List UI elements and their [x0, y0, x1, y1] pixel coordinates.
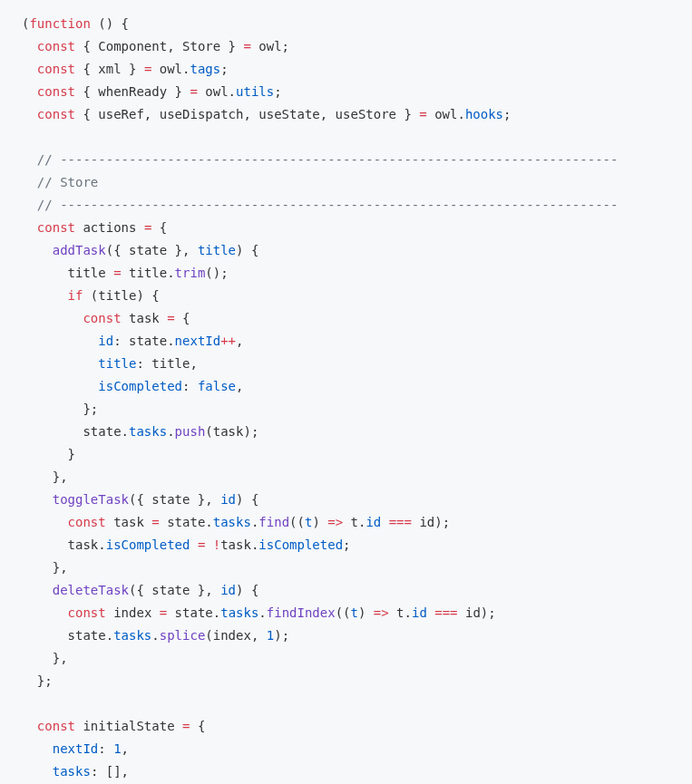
token-pn: state. [22, 424, 129, 439]
token-kw: = [113, 266, 121, 280]
token-pn [22, 741, 53, 756]
token-pn: ); [274, 628, 289, 643]
token-pn: initialState [75, 719, 182, 733]
token-kw: = [151, 515, 159, 529]
token-pn: , [236, 334, 243, 348]
token-pn [381, 515, 388, 529]
token-prop: tasks [113, 628, 151, 643]
token-prop: tasks [220, 605, 258, 620]
token-kw: const [83, 311, 121, 325]
token-pn: task. [220, 537, 258, 552]
token-pn [22, 107, 37, 121]
token-prop: id [412, 605, 427, 620]
token-pn: . [258, 605, 266, 620]
token-pn: }; [22, 402, 98, 416]
token-pn [22, 84, 37, 99]
token-prop: isCompleted [106, 537, 190, 552]
token-pn: owl. [151, 62, 190, 76]
token-pn: ) [358, 605, 374, 620]
token-kw: ++ [220, 334, 236, 348]
token-pn: ) [312, 515, 327, 529]
token-pn: : [], [91, 764, 129, 779]
token-cm: // Store [37, 175, 98, 189]
code-block: (function () { const { Component, Store … [0, 0, 692, 784]
token-kw: = [243, 39, 250, 53]
token-prop: title [198, 243, 236, 257]
token-fn: deleteTask [53, 583, 129, 597]
token-prop: hooks [465, 107, 503, 121]
token-pn: owl; [251, 39, 289, 53]
token-pn: ; [503, 107, 511, 121]
token-pn [205, 537, 212, 552]
token-kw: === [434, 605, 457, 620]
token-prop: tasks [213, 515, 251, 529]
token-pn: state. [22, 628, 113, 643]
token-fn: addTask [53, 243, 106, 257]
token-pn [22, 492, 53, 507]
token-prop: nextId [175, 334, 221, 348]
token-kw: = [160, 605, 167, 620]
token-prop: id [220, 583, 236, 597]
token-fn: splice [160, 628, 206, 643]
token-kw: = [419, 107, 426, 121]
token-pn: id); [412, 515, 450, 529]
token-pn: : [182, 379, 198, 393]
token-pn: state. [167, 605, 220, 620]
token-fn: find [258, 515, 289, 529]
token-pn: , [122, 741, 129, 756]
token-fn: findIndex [267, 605, 336, 620]
token-pn: { Component, Store } [75, 39, 243, 53]
token-pn: ) { [236, 243, 258, 257]
token-prop: utils [236, 84, 274, 99]
token-pn: : title, [136, 356, 197, 371]
token-prop: isCompleted [98, 379, 182, 393]
token-kw: const [37, 107, 75, 121]
token-pn [22, 39, 37, 53]
token-pn: title. [122, 266, 175, 280]
token-pn: ; [220, 62, 228, 76]
token-pn [22, 379, 98, 393]
token-prop: isCompleted [258, 537, 343, 552]
token-pn: } [22, 447, 75, 461]
token-pn: : [98, 741, 113, 756]
code-content: (function () { const { Component, Store … [22, 16, 618, 784]
token-pn: (); [205, 266, 228, 280]
token-pn: }, [22, 651, 68, 665]
token-pn: (title) { [83, 288, 159, 303]
token-kw: = [190, 84, 197, 99]
token-pn: (( [336, 605, 351, 620]
token-kw: const [68, 605, 106, 620]
token-pn: ({ state }, [106, 243, 198, 257]
token-pn [22, 243, 53, 257]
token-pn: id); [458, 605, 496, 620]
token-bool: false [198, 379, 236, 393]
token-pn [22, 288, 68, 303]
token-pn [22, 175, 37, 189]
token-pn: t. [389, 605, 412, 620]
token-pn: , [236, 379, 243, 393]
token-pn: (task); [205, 424, 258, 439]
token-kw: const [37, 220, 75, 235]
token-pn [22, 62, 37, 76]
token-pn: { [151, 220, 167, 235]
token-pn [427, 605, 434, 620]
token-prop: tags [190, 62, 220, 76]
token-prop: tasks [129, 424, 167, 439]
token-prop: id [365, 515, 381, 529]
token-pn: }; [22, 673, 53, 688]
token-pn: title [22, 266, 113, 280]
token-prop: t [351, 605, 358, 620]
token-pn: ; [343, 537, 350, 552]
token-pn: actions [75, 220, 144, 235]
token-kw: const [68, 515, 106, 529]
token-pn [22, 220, 37, 235]
token-pn [22, 334, 98, 348]
token-fn: trim [175, 266, 206, 280]
token-kw: const [37, 62, 75, 76]
token-kw: === [389, 515, 412, 529]
token-pn: task [106, 515, 152, 529]
token-pn [22, 311, 83, 325]
token-pn: index [106, 605, 160, 620]
token-pn: () { [91, 16, 129, 31]
token-pn: ; [274, 84, 281, 99]
